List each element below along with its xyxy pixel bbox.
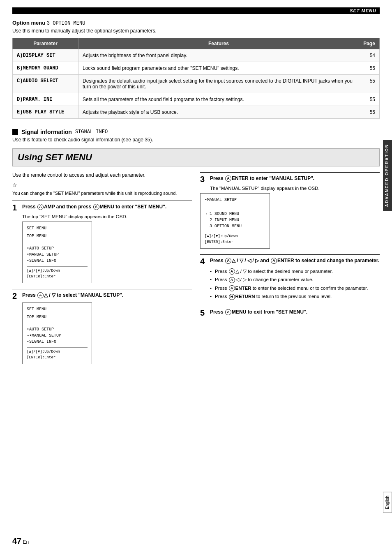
param-feature-cell: Adjusts the playback style of a USB sour… xyxy=(78,106,359,119)
step-4-number: 4 xyxy=(200,257,208,265)
bullet-4-2: Press A◁ / ▷ to change the parameter val… xyxy=(210,276,380,283)
step-1-number: 1 xyxy=(12,203,20,212)
osd-3-option: 3 OPTION MENU xyxy=(205,223,265,229)
signal-info-mono-label: SIGNAL INFO xyxy=(75,129,108,135)
option-menu-desc: Use this menu to manually adjust the opt… xyxy=(12,28,380,34)
param-feature-cell: Sets all the parameters of the sound fie… xyxy=(78,93,359,106)
osd-2-footer: [▲]/[▼]:Up/Down[ENTER]:Enter xyxy=(27,347,88,360)
page-container: SET MENU Option menu 3 OPTION MENU Use t… xyxy=(0,0,392,554)
square-icon xyxy=(12,129,18,135)
sidebar-label: ADVANCED OPERATION xyxy=(385,144,389,207)
osd-box-2: SET MENU TOP MENU •AUTO SETUP →•MANUAL S… xyxy=(22,302,92,364)
osd-2-auto: •AUTO SETUP xyxy=(27,326,88,332)
step-1: 1 Press AAMP and then press AMENU to ent… xyxy=(12,201,192,283)
circle-3-a: A xyxy=(225,175,231,182)
option-menu-code: 3 OPTION MENU xyxy=(47,21,85,26)
step-2-header: 2 Press A△ / ▽ to select "MANUAL SETUP". xyxy=(12,289,192,300)
step-5-number: 5 xyxy=(200,309,208,317)
page-num-suffix: En xyxy=(21,539,29,545)
step-3-number: 3 xyxy=(200,175,208,183)
circle-5-a: A xyxy=(225,309,231,315)
circle-4-f: H xyxy=(229,294,235,300)
osd-2-topmenu: TOP MENU xyxy=(27,314,88,320)
osd-2-signal: •SIGNAL INFO xyxy=(27,339,88,345)
circle-menu-1: A xyxy=(93,204,99,210)
param-name-cell: A)DISPLAY SET xyxy=(13,49,78,62)
step-1-title: Press AAMP and then press AMENU to enter… xyxy=(22,203,166,210)
page-num-value: 47 xyxy=(12,536,21,545)
step-5-header: 5 Press AMENU to exit from "SET MENU". xyxy=(200,306,380,317)
circle-4-a: A xyxy=(225,258,231,264)
english-tab: English xyxy=(383,492,392,513)
osd-1-footer: [▲]/[▼]:Up/Down[ENTER]:Enter xyxy=(27,266,88,279)
two-col-layout: Use the remote control to access and adj… xyxy=(12,172,380,370)
step-2-title: Press A△ / ▽ to select "MANUAL SETUP". xyxy=(22,292,123,299)
table-row: C)AUDIO SELECT Designates the default au… xyxy=(13,75,380,93)
advanced-operation-sidebar: ADVANCED OPERATION xyxy=(383,140,392,211)
step-4-title: Press A△ / ▽ / ◁ / ▷ and AENTER to selec… xyxy=(210,257,379,264)
param-name-cell: D)PARAM. INI xyxy=(13,93,78,106)
top-bar: SET MENU xyxy=(12,7,380,14)
table-header-parameter: Parameter xyxy=(13,38,78,49)
osd-1-title: SET MENU xyxy=(27,225,88,231)
step-4: 4 Press A△ / ▽ / ◁ / ▷ and AENTER to sel… xyxy=(200,254,380,300)
tip-icon: ☆ xyxy=(12,182,192,188)
step-5: 5 Press AMENU to exit from "SET MENU". xyxy=(200,306,380,317)
osd-3-footer: [▲]/[▼]:Up/Down[ENTER]:Enter xyxy=(205,232,265,245)
circle-4-d: A xyxy=(229,277,235,283)
bullet-4-1: Press A△ / ▽ to select the desired menu … xyxy=(210,268,380,275)
tip-text: You can change the "SET MENU" parameters… xyxy=(12,191,192,196)
param-feature-cell: Adjusts the brightness of the front pane… xyxy=(78,49,359,62)
step-5-title: Press AMENU to exit from "SET MENU". xyxy=(210,309,307,316)
option-menu-title: Option menu 3 OPTION MENU xyxy=(12,20,380,26)
table-row: E)USB PLAY STYLE Adjusts the playback st… xyxy=(13,106,380,119)
table-header-page: Page xyxy=(359,38,380,49)
signal-info-desc: Use this feature to check audio signal i… xyxy=(12,137,380,143)
table-header-features: Features xyxy=(78,38,359,49)
step-desc: Use the remote control to access and adj… xyxy=(12,172,192,178)
signal-info-heading: Signal information xyxy=(21,129,72,135)
signal-info-section: Signal information SIGNAL INFO Use this … xyxy=(12,129,380,143)
osd-box-3: •MANUAL SETUP → 1 SOUND MENU 2 INPUT MEN… xyxy=(200,193,270,249)
param-page-cell: 54 xyxy=(359,49,380,62)
step-3-header: 3 Press AENTER to enter "MANUAL SETUP". xyxy=(200,172,380,183)
circle-2-a: A xyxy=(37,292,44,298)
option-menu-heading: Option menu xyxy=(12,20,45,26)
param-name-cell: C)AUDIO SELECT xyxy=(13,75,78,93)
osd-1-auto: •AUTO SETUP xyxy=(27,245,88,252)
osd-1-topmenu: TOP MENU xyxy=(27,233,88,239)
param-page-cell: 55 xyxy=(359,62,380,75)
circle-4-c: A xyxy=(229,268,235,275)
step-4-bullets: Press A△ / ▽ to select the desired menu … xyxy=(210,268,380,300)
circle-4-b: A xyxy=(271,258,277,264)
osd-1-signal: •SIGNAL INFO xyxy=(27,258,88,264)
circle-4-e: A xyxy=(229,285,235,291)
step-3: 3 Press AENTER to enter "MANUAL SETUP". … xyxy=(200,172,380,249)
step-2: 2 Press A△ / ▽ to select "MANUAL SETUP".… xyxy=(12,289,192,364)
step-3-title: Press AENTER to enter "MANUAL SETUP". xyxy=(210,175,314,182)
osd-2-manual: →•MANUAL SETUP xyxy=(27,332,88,339)
step-1-body: The top "SET MENU" display appears in th… xyxy=(22,214,192,219)
using-set-menu-title: Using SET MENU xyxy=(18,152,374,163)
osd-box-1: SET MENU TOP MENU •AUTO SETUP •MANUAL SE… xyxy=(22,222,92,283)
step-2-number: 2 xyxy=(12,292,20,300)
step-4-header: 4 Press A△ / ▽ / ◁ / ▷ and AENTER to sel… xyxy=(200,254,380,265)
left-column: Use the remote control to access and adj… xyxy=(12,172,192,370)
right-column: 3 Press AENTER to enter "MANUAL SETUP". … xyxy=(200,172,380,370)
osd-3-input: 2 INPUT MENU xyxy=(205,217,265,223)
osd-3-blank xyxy=(205,205,265,211)
osd-3-sound: → 1 SOUND MENU xyxy=(205,211,265,217)
bullet-4-3: Press AENTER to enter the selected menu … xyxy=(210,285,380,291)
top-bar-label: SET MENU xyxy=(350,8,376,13)
param-name-cell: E)USB PLAY STYLE xyxy=(13,106,78,119)
english-label: English xyxy=(385,496,390,509)
osd-2-title: SET MENU xyxy=(27,306,88,312)
parameter-table: Parameter Features Page A)DISPLAY SET Ad… xyxy=(12,38,380,119)
param-feature-cell: Locks sound field program parameters and… xyxy=(78,62,359,75)
osd-3-title: •MANUAL SETUP xyxy=(205,197,265,203)
step-3-body: The "MANUAL SETUP" display appears in th… xyxy=(210,186,380,191)
osd-1-blank xyxy=(27,239,88,245)
table-row: A)DISPLAY SET Adjusts the brightness of … xyxy=(13,49,380,62)
signal-info-title: Signal information SIGNAL INFO xyxy=(12,129,380,135)
osd-2-blank xyxy=(27,320,88,326)
